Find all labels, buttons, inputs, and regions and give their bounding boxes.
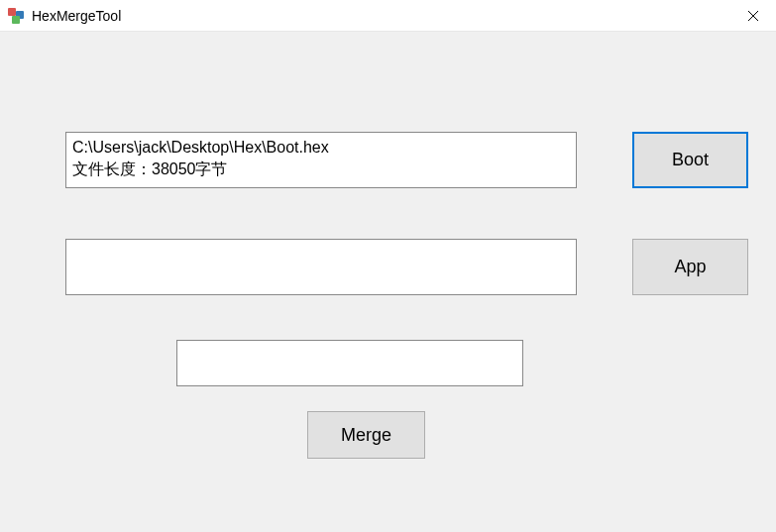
merge-button-label: Merge	[341, 425, 391, 446]
boot-file-textbox[interactable]: C:\Users\jack\Desktop\Hex\Boot.hex 文件长度：…	[65, 132, 577, 188]
boot-file-path: C:\Users\jack\Desktop\Hex\Boot.hex	[72, 137, 570, 159]
boot-file-length: 文件长度：38050字节	[72, 159, 570, 180]
app-file-textbox[interactable]	[65, 239, 577, 295]
merge-button[interactable]: Merge	[307, 411, 425, 459]
boot-button[interactable]: Boot	[632, 132, 748, 188]
app-icon	[8, 8, 24, 24]
close-icon	[748, 11, 758, 21]
output-file-textbox[interactable]	[176, 340, 523, 386]
app-button-label: App	[674, 257, 706, 277]
titlebar: HexMergeTool	[0, 0, 776, 32]
app-button[interactable]: App	[632, 239, 748, 295]
boot-button-label: Boot	[672, 150, 709, 170]
close-button[interactable]	[730, 0, 776, 32]
window-title: HexMergeTool	[32, 8, 121, 24]
client-area: C:\Users\jack\Desktop\Hex\Boot.hex 文件长度：…	[0, 32, 776, 532]
